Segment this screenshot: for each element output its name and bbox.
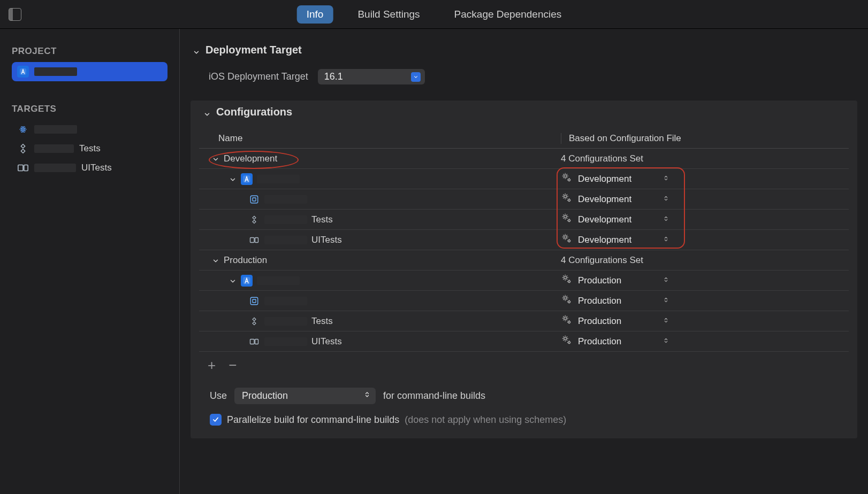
parallelize-checkbox[interactable] — [210, 414, 222, 426]
target-name-redacted — [264, 236, 307, 244]
target-suffix: Tests — [79, 143, 101, 154]
project-navigator-sidebar: PROJECT TARGETS Tests UITests — [0, 29, 180, 494]
select-value: Production — [242, 390, 288, 402]
chevron-down-icon — [212, 257, 219, 264]
gears-icon — [561, 273, 573, 288]
section-title: Deployment Target — [205, 44, 302, 56]
config-file-select[interactable]: Production — [578, 336, 674, 347]
updown-icon — [663, 214, 674, 225]
config-target-row[interactable]: Production — [199, 271, 849, 291]
target-name-redacted — [34, 164, 76, 172]
updown-icon — [663, 316, 674, 327]
ios-deployment-target-combo[interactable]: 16.1 — [318, 69, 425, 84]
config-target-row[interactable]: Tests Development — [199, 210, 849, 230]
project-item[interactable] — [12, 62, 167, 81]
target-name-redacted — [257, 276, 300, 285]
diamond-icon — [248, 315, 260, 327]
framework-icon — [248, 194, 260, 205]
config-file-value: Production — [578, 296, 621, 306]
config-group-row[interactable]: Production 4 Configurations Set — [199, 250, 849, 271]
updown-icon — [663, 235, 674, 245]
target-name-redacted — [264, 215, 307, 224]
config-target-row[interactable]: UITests Production — [199, 331, 849, 352]
gears-icon — [561, 192, 573, 206]
add-configuration-button[interactable]: + — [208, 357, 216, 374]
gears-icon — [561, 212, 573, 227]
config-file-select[interactable]: Development — [578, 214, 674, 225]
chevron-down-icon — [203, 109, 211, 116]
updown-icon — [663, 194, 674, 205]
sidebar-toggle-icon[interactable] — [9, 8, 21, 21]
project-name-redacted — [34, 67, 77, 76]
ui-icon — [17, 162, 29, 174]
app-icon — [241, 275, 253, 287]
use-suffix-label: for command-line builds — [383, 390, 485, 402]
target-name-redacted — [34, 125, 77, 134]
target-name-redacted — [257, 175, 300, 183]
target-suffix: UITests — [311, 336, 342, 347]
config-group-name: Development — [224, 153, 277, 164]
gears-icon — [561, 294, 573, 308]
parallelize-label: Parallelize build for command-line build… — [227, 414, 399, 426]
app-icon — [241, 173, 253, 185]
config-file-select[interactable]: Development — [578, 174, 674, 184]
tab-build-settings[interactable]: Build Settings — [348, 5, 429, 24]
deployment-target-header[interactable]: Deployment Target — [180, 38, 868, 61]
config-file-select[interactable]: Production — [578, 296, 674, 306]
config-file-select[interactable]: Production — [578, 316, 674, 327]
chevron-down-icon — [411, 72, 421, 82]
target-item-uitests[interactable]: UITests — [12, 158, 167, 177]
editor-content: Deployment Target iOS Deployment Target … — [180, 29, 868, 494]
config-file-value: Production — [578, 336, 621, 347]
updown-icon — [364, 390, 370, 402]
updown-icon — [663, 275, 674, 286]
target-name-redacted — [34, 144, 74, 153]
config-group-row[interactable]: Development 4 Configurations Set — [199, 149, 849, 169]
gears-icon — [561, 233, 573, 247]
target-item-app[interactable] — [12, 120, 167, 139]
gears-icon — [561, 314, 573, 328]
chevron-down-icon — [212, 155, 219, 163]
table-header: Name Based on Configuration File — [199, 129, 849, 149]
updown-icon — [663, 336, 674, 347]
target-suffix: UITests — [311, 235, 342, 245]
tab-info[interactable]: Info — [297, 5, 333, 24]
remove-configuration-button[interactable]: − — [229, 357, 237, 374]
config-target-row[interactable]: Development — [199, 189, 849, 210]
project-section-label: PROJECT — [12, 46, 167, 57]
config-file-value: Development — [578, 194, 631, 205]
target-name-redacted — [264, 195, 307, 204]
config-target-row[interactable]: UITests Development — [199, 230, 849, 250]
config-file-select[interactable]: Development — [578, 235, 674, 245]
config-target-row[interactable]: Production — [199, 291, 849, 311]
editor-tabs: Info Build Settings Package Dependencies — [297, 5, 572, 24]
column-configuration-file: Based on Configuration File — [561, 133, 841, 144]
config-target-row[interactable]: Tests Production — [199, 311, 849, 331]
config-file-value: Development — [578, 214, 631, 225]
target-item-tests[interactable]: Tests — [12, 139, 167, 158]
chevron-down-icon — [193, 47, 200, 54]
config-group-summary: 4 Configurations Set — [561, 153, 643, 164]
config-target-row[interactable]: Development — [199, 169, 849, 189]
gears-icon — [561, 172, 573, 186]
config-file-select[interactable]: Development — [578, 194, 674, 205]
targets-section-label: TARGETS — [12, 104, 167, 114]
configurations-header[interactable]: Configurations — [191, 101, 857, 124]
ui-icon — [248, 234, 260, 246]
diamond-icon — [248, 214, 260, 226]
target-suffix: Tests — [311, 316, 333, 327]
config-group-summary: 4 Configurations Set — [561, 255, 643, 266]
section-title: Configurations — [216, 106, 292, 118]
target-suffix: Tests — [311, 214, 333, 225]
target-name-redacted — [264, 337, 307, 346]
command-line-config-select[interactable]: Production — [234, 388, 376, 404]
updown-icon — [663, 296, 674, 306]
combo-value: 16.1 — [324, 71, 343, 82]
chevron-down-icon — [229, 277, 237, 284]
parallelize-note: (does not apply when using schemes) — [405, 414, 566, 426]
config-file-select[interactable]: Production — [578, 275, 674, 286]
chevron-down-icon — [229, 175, 237, 183]
tab-package-dependencies[interactable]: Package Dependencies — [445, 5, 572, 24]
framework-icon — [248, 295, 260, 307]
ui-icon — [248, 336, 260, 348]
